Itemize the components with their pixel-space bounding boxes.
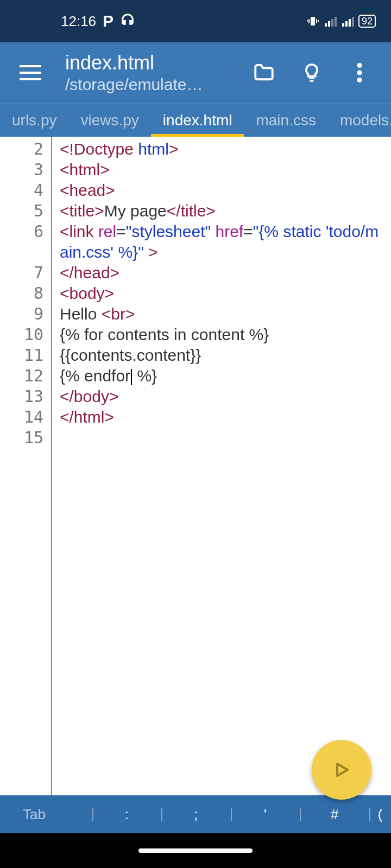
gutter: 2 3 4 5 6 7 8 9 10 11 12 13 14 15 (0, 137, 52, 795)
file-path: /storage/emulate… (65, 75, 252, 94)
line-number: 10 (0, 324, 51, 345)
key-tab[interactable]: Tab (0, 801, 92, 828)
svg-rect-9 (342, 23, 344, 27)
signal-icon-2 (341, 15, 354, 28)
status-bar: 12:16 P 92 (0, 0, 391, 42)
svg-rect-3 (307, 20, 308, 22)
line-number: 2 (0, 139, 51, 159)
play-icon (331, 760, 352, 780)
svg-point-13 (357, 63, 362, 68)
code-line[interactable]: <!Doctype html> (60, 139, 387, 159)
line-number: 7 (0, 263, 51, 283)
svg-rect-12 (352, 17, 354, 27)
file-title: index.html (65, 52, 252, 74)
run-button[interactable] (312, 740, 371, 800)
tab-main-css[interactable]: main.css (244, 104, 327, 137)
status-left: 12:16 P (61, 12, 135, 31)
svg-rect-8 (335, 17, 337, 27)
code-line[interactable]: {{contents.content}} (60, 345, 387, 366)
code-line[interactable]: </body> (60, 386, 387, 407)
status-time: 12:16 (61, 13, 96, 30)
folder-button[interactable] (252, 61, 276, 85)
tab-models[interactable]: models.py (328, 104, 391, 137)
tabs-bar: urls.py views.py index.html main.css mod… (0, 103, 391, 137)
key-quote[interactable]: ' (231, 801, 300, 828)
line-number: 6 (0, 221, 51, 263)
tab-index[interactable]: index.html (151, 104, 244, 137)
parking-icon: P (103, 12, 113, 30)
editor[interactable]: 2 3 4 5 6 7 8 9 10 11 12 13 14 15 <!Doct… (0, 137, 391, 795)
app-actions (252, 61, 371, 85)
code-line[interactable]: </html> (60, 407, 387, 427)
tab-urls[interactable]: urls.py (0, 104, 68, 137)
caret (131, 369, 132, 385)
signal-icon-1 (324, 15, 337, 28)
svg-rect-0 (311, 17, 315, 25)
status-right: 92 (306, 15, 376, 28)
battery-icon: 92 (358, 15, 376, 28)
line-number: 3 (0, 159, 51, 180)
titles: index.html /storage/emulate… (65, 52, 252, 94)
svg-point-15 (357, 78, 362, 82)
overflow-button[interactable] (348, 61, 371, 85)
line-number: 5 (0, 201, 51, 221)
svg-rect-6 (328, 21, 330, 27)
nav-pill[interactable] (138, 848, 253, 853)
svg-rect-10 (345, 21, 348, 27)
svg-rect-7 (331, 19, 333, 27)
code-line[interactable]: {% for contents in content %} (60, 324, 387, 345)
key-semicolon[interactable]: ; (161, 801, 231, 828)
svg-point-14 (357, 71, 362, 75)
code-line[interactable]: {% endfor %} (60, 366, 387, 386)
key-colon[interactable]: : (92, 801, 162, 828)
line-number: 13 (0, 386, 51, 407)
key-hash[interactable]: # (300, 801, 369, 828)
line-number: 11 (0, 345, 51, 366)
code-line[interactable]: <head> (60, 180, 387, 201)
line-number: 8 (0, 283, 51, 304)
code-line[interactable] (60, 427, 387, 448)
vibrate-icon (306, 15, 319, 28)
system-nav-bar[interactable] (0, 833, 391, 868)
lightbulb-button[interactable] (300, 61, 324, 85)
code-line[interactable]: <title>My page</title> (60, 201, 387, 221)
line-number: 4 (0, 180, 51, 201)
code-area[interactable]: <!Doctype html> <html> <head> <title>My … (52, 137, 391, 795)
code-line[interactable]: </head> (60, 263, 387, 283)
tab-views[interactable]: views.py (68, 104, 150, 137)
key-paren[interactable]: ( (369, 801, 391, 828)
line-number: 14 (0, 407, 51, 427)
line-number: 12 (0, 366, 51, 386)
code-line[interactable]: Hello <br> (60, 304, 387, 324)
line-number: 9 (0, 304, 51, 324)
svg-rect-11 (349, 19, 351, 27)
battery-level: 92 (362, 16, 373, 27)
svg-rect-1 (308, 19, 310, 23)
code-line[interactable]: <html> (60, 159, 387, 180)
code-line[interactable]: <body> (60, 283, 387, 304)
symbol-keyboard-row: Tab : ; ' # ( (0, 795, 391, 833)
line-number: 15 (0, 427, 51, 448)
code-line[interactable]: <link rel="stylesheet" href="{% static '… (60, 221, 387, 263)
headset-icon (120, 12, 135, 31)
svg-rect-5 (325, 23, 327, 27)
menu-button[interactable] (11, 65, 50, 80)
svg-rect-4 (318, 20, 319, 22)
svg-marker-16 (337, 764, 348, 776)
svg-rect-2 (316, 19, 317, 23)
app-bar: index.html /storage/emulate… (0, 42, 391, 103)
